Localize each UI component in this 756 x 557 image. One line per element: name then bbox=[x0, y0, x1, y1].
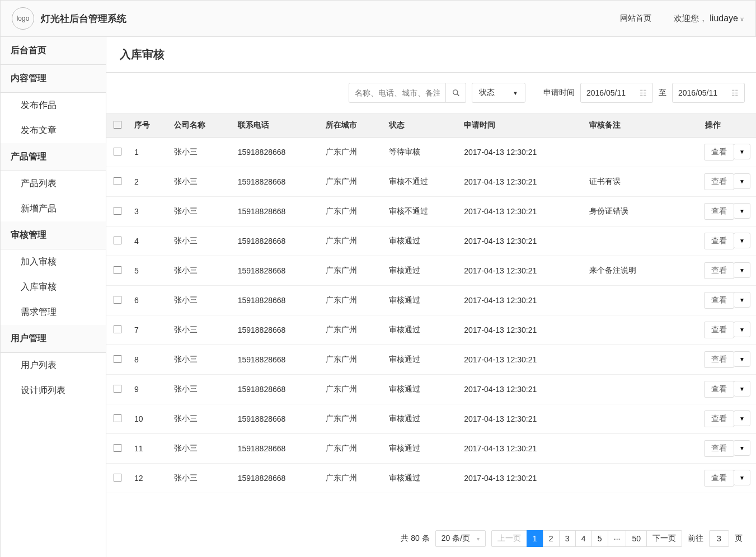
more-actions-button[interactable]: ▼ bbox=[734, 322, 750, 337]
cell-city: 广东广州 bbox=[320, 434, 383, 464]
page-number-button[interactable]: 3 bbox=[559, 530, 576, 547]
welcome-text: 欢迎您，liudaye∨ bbox=[674, 13, 744, 24]
more-actions-button[interactable]: ▼ bbox=[734, 292, 750, 308]
cell-status: 审核不通过 bbox=[383, 167, 458, 197]
sidebar-item[interactable]: 发布作品 bbox=[1, 93, 106, 118]
sidebar-item[interactable]: 需求管理 bbox=[1, 300, 106, 325]
cell-remark bbox=[584, 315, 670, 345]
table-row: 8张小三15918828668广东广州审核通过2017-04-13 12:30:… bbox=[106, 345, 756, 375]
sidebar-item[interactable]: 发布文章 bbox=[1, 118, 106, 143]
view-button[interactable]: 查看 bbox=[704, 381, 734, 398]
row-checkbox[interactable] bbox=[114, 207, 121, 215]
sidebar-group[interactable]: 产品管理 bbox=[1, 143, 106, 171]
more-actions-button[interactable]: ▼ bbox=[734, 233, 750, 248]
sidebar-group[interactable]: 审核管理 bbox=[1, 221, 106, 249]
cell-phone: 15918828668 bbox=[232, 404, 320, 434]
more-actions-button[interactable]: ▼ bbox=[734, 440, 750, 456]
search-input[interactable] bbox=[349, 83, 446, 103]
cell-status: 审核通过 bbox=[383, 434, 458, 464]
view-button[interactable]: 查看 bbox=[704, 292, 734, 309]
goto-page-input[interactable]: 3 bbox=[709, 530, 729, 547]
row-checkbox[interactable] bbox=[114, 444, 121, 452]
sidebar-group[interactable]: 用户管理 bbox=[1, 325, 106, 353]
sidebar-item[interactable]: 产品列表 bbox=[1, 171, 106, 196]
row-checkbox[interactable] bbox=[114, 414, 121, 422]
data-table: 序号公司名称联系电话所在城市状态申请时间审核备注操作 1张小三159188286… bbox=[106, 114, 756, 493]
more-actions-button[interactable]: ▼ bbox=[734, 351, 750, 367]
chevron-down-icon[interactable]: ∨ bbox=[740, 16, 744, 22]
col-header: 状态 bbox=[383, 114, 458, 138]
more-actions-button[interactable]: ▼ bbox=[734, 470, 750, 485]
chevron-down-icon: ▼ bbox=[739, 475, 745, 481]
sidebar-item[interactable]: 加入审核 bbox=[1, 249, 106, 275]
cell-phone: 15918828668 bbox=[232, 286, 320, 315]
sidebar-item[interactable]: 用户列表 bbox=[1, 353, 106, 378]
view-button[interactable]: 查看 bbox=[704, 322, 734, 338]
view-button[interactable]: 查看 bbox=[704, 203, 734, 220]
more-actions-button[interactable]: ▼ bbox=[734, 262, 750, 278]
view-button[interactable]: 查看 bbox=[704, 233, 734, 249]
row-checkbox[interactable] bbox=[114, 296, 121, 304]
view-button[interactable]: 查看 bbox=[704, 351, 734, 368]
cell-remark bbox=[584, 464, 670, 493]
sidebar-item[interactable]: 入库审核 bbox=[1, 275, 106, 300]
row-checkbox[interactable] bbox=[114, 148, 121, 155]
search-button[interactable] bbox=[446, 83, 466, 103]
table-row: 5张小三15918828668广东广州审核通过2017-04-13 12:30:… bbox=[106, 256, 756, 286]
row-checkbox[interactable] bbox=[114, 237, 121, 244]
more-actions-button[interactable]: ▼ bbox=[734, 410, 750, 426]
more-actions-button[interactable]: ▼ bbox=[734, 381, 750, 396]
page-number-button[interactable]: 2 bbox=[543, 530, 560, 547]
next-page-button[interactable]: 下一页 bbox=[646, 530, 682, 547]
date-from-input[interactable]: 2016/05/11 ☷ bbox=[580, 83, 653, 103]
select-all-checkbox[interactable] bbox=[114, 121, 121, 129]
sidebar-group[interactable]: 内容管理 bbox=[1, 65, 106, 93]
view-button[interactable]: 查看 bbox=[704, 173, 734, 190]
cell-city: 广东广州 bbox=[320, 315, 383, 345]
prev-page-button[interactable]: 上一页 bbox=[491, 530, 527, 547]
cell-remark: 来个备注说明 bbox=[584, 256, 670, 286]
cell-city: 广东广州 bbox=[320, 345, 383, 375]
cell-remark: 证书有误 bbox=[584, 167, 670, 197]
row-checkbox[interactable] bbox=[114, 177, 121, 185]
cell-time: 2017-04-13 12:30:21 bbox=[458, 197, 583, 226]
username-label[interactable]: liudaye bbox=[710, 13, 738, 23]
page-number-button[interactable]: 1 bbox=[527, 530, 543, 547]
col-header: 审核备注 bbox=[584, 114, 670, 138]
cell-status: 审核通过 bbox=[383, 345, 458, 375]
row-checkbox[interactable] bbox=[114, 355, 121, 363]
cell-name: 张小三 bbox=[168, 375, 232, 404]
status-select[interactable]: 状态 ▼ bbox=[472, 83, 525, 103]
more-actions-button[interactable]: ▼ bbox=[734, 144, 750, 159]
cell-city: 广东广州 bbox=[320, 226, 383, 256]
row-checkbox[interactable] bbox=[114, 266, 121, 274]
row-checkbox[interactable] bbox=[114, 325, 121, 333]
more-actions-button[interactable]: ▼ bbox=[734, 203, 750, 219]
view-button[interactable]: 查看 bbox=[704, 470, 734, 487]
cell-name: 张小三 bbox=[168, 434, 232, 464]
page-size-select[interactable]: 20 条/页 ▾ bbox=[435, 530, 486, 547]
cell-idx: 12 bbox=[129, 464, 168, 493]
row-checkbox[interactable] bbox=[114, 385, 121, 393]
cell-phone: 15918828668 bbox=[232, 256, 320, 286]
cell-time: 2017-04-13 12:30:21 bbox=[458, 286, 583, 315]
date-to-input[interactable]: 2016/05/11 ☷ bbox=[672, 83, 745, 103]
view-button[interactable]: 查看 bbox=[704, 144, 734, 161]
view-button[interactable]: 查看 bbox=[704, 410, 734, 427]
sidebar-item[interactable]: 新增产品 bbox=[1, 196, 106, 221]
view-button[interactable]: 查看 bbox=[704, 440, 734, 457]
sidebar-group[interactable]: 后台首页 bbox=[1, 37, 106, 65]
calendar-icon: ☷ bbox=[731, 88, 739, 97]
cell-status: 审核不通过 bbox=[383, 197, 458, 226]
page-number-button[interactable]: 50 bbox=[626, 530, 647, 547]
site-home-link[interactable]: 网站首页 bbox=[620, 13, 651, 23]
cell-time: 2017-04-13 12:30:21 bbox=[458, 226, 583, 256]
header: logo 灯光社后台管理系统 网站首页 欢迎您，liudaye∨ bbox=[0, 0, 756, 37]
row-checkbox[interactable] bbox=[114, 474, 121, 482]
page-number-button[interactable]: 4 bbox=[575, 530, 592, 547]
page-number-button[interactable]: 5 bbox=[591, 530, 608, 547]
more-actions-button[interactable]: ▼ bbox=[734, 173, 750, 189]
view-button[interactable]: 查看 bbox=[704, 262, 734, 279]
chevron-down-icon: ▼ bbox=[513, 90, 518, 96]
sidebar-item[interactable]: 设计师列表 bbox=[1, 378, 106, 403]
